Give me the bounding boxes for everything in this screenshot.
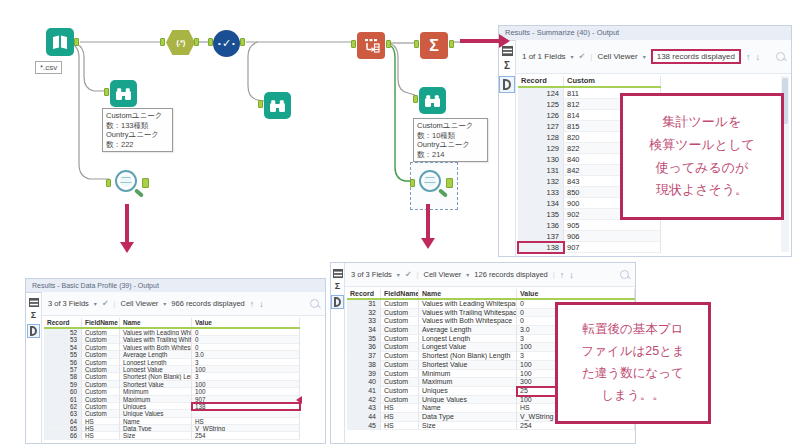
records-displayed: 966 records displayed <box>171 299 244 308</box>
open-book-icon <box>51 34 69 50</box>
alteryx-screenshot: *.csv (.*) •✓• Σ <box>0 0 792 444</box>
input-anchor[interactable] <box>351 40 356 48</box>
sigma-anchor-icon[interactable]: Σ <box>504 61 510 71</box>
apply-check-icon[interactable]: ✔ <box>579 52 586 61</box>
output-anchor[interactable] <box>449 40 454 48</box>
fields-dropdown[interactable]: 3 of 3 Fields <box>48 299 89 308</box>
sigma-anchor-icon[interactable]: Σ <box>31 311 36 320</box>
scroll-down-icon[interactable]: ↓ <box>259 299 264 309</box>
output-anchor-selected[interactable] <box>499 76 515 93</box>
table-row[interactable]: 53 Custom Values with Trailing Whitespac… <box>44 336 300 343</box>
record-cell: 36 <box>347 343 381 352</box>
table-row[interactable]: 61 Custom Maximum 907 <box>44 396 300 403</box>
browse-tool-1[interactable] <box>110 80 137 107</box>
table-row[interactable]: 55 Custom Average Length 3.0 <box>44 351 300 358</box>
red-pointer-marker <box>292 396 302 404</box>
value-cell: 254 <box>192 432 300 439</box>
output-anchor[interactable] <box>446 178 453 188</box>
chevron-down-icon[interactable]: ▾ <box>94 300 97 307</box>
table-row[interactable]: 54 Custom Values with Both Whitespace 0 <box>44 344 300 351</box>
table-row[interactable]: 66 HS Size 254 <box>44 432 300 439</box>
output-anchor[interactable] <box>142 178 149 188</box>
record-cell: 124 <box>518 88 564 99</box>
fields-dropdown[interactable]: 1 of 1 Fields <box>522 52 566 61</box>
col-header-record[interactable]: Record <box>518 76 564 86</box>
output-anchor-selected[interactable] <box>331 295 344 309</box>
cell-viewer-button[interactable]: Cell Viewer <box>597 52 637 61</box>
fields-dropdown[interactable]: 3 of 3 Fields <box>351 270 392 279</box>
cell-viewer-button[interactable]: Cell Viewer <box>424 270 462 279</box>
col-header-record[interactable]: Record <box>44 318 82 327</box>
table-row[interactable]: 136 905 <box>518 220 661 231</box>
fieldname-cell: HS <box>82 418 120 425</box>
input-anchor[interactable] <box>413 95 418 103</box>
table-row[interactable]: 62 Custom Uniques 138 <box>44 403 300 410</box>
table-view-icon[interactable] <box>502 46 513 56</box>
search-icon[interactable] <box>310 299 319 308</box>
output-anchor[interactable] <box>194 38 199 46</box>
input-anchor[interactable] <box>258 100 263 108</box>
summarize-tool[interactable]: Σ <box>420 32 448 59</box>
output-anchor[interactable] <box>386 40 391 48</box>
table-row[interactable]: 138 907 <box>518 242 661 253</box>
scroll-up-icon[interactable]: ↑ <box>250 299 255 309</box>
regex-tool[interactable]: (.*) <box>166 30 195 55</box>
table-row[interactable]: 59 Custom Shortest Value 100 <box>44 381 300 388</box>
browse-tool-2[interactable] <box>264 92 291 119</box>
apply-check-icon[interactable]: ✔ <box>405 270 412 279</box>
basic-data-profile-tool-2[interactable] <box>417 169 449 201</box>
output-anchor-selected[interactable] <box>27 324 40 338</box>
name-cell: Shortest (Non Blank) Length <box>120 373 192 380</box>
col-header-fieldname[interactable]: FieldName <box>381 289 419 298</box>
input-anchor[interactable] <box>104 88 109 96</box>
output-anchor[interactable] <box>240 38 245 46</box>
value-cell: 0 <box>192 336 300 343</box>
output-anchor[interactable] <box>74 38 79 46</box>
col-header-value[interactable]: Value <box>192 318 300 327</box>
search-icon[interactable] <box>776 52 785 61</box>
apply-check-icon[interactable]: ✔ <box>102 299 109 308</box>
scroll-up-icon[interactable]: ↑ <box>746 52 751 62</box>
sigma-anchor-icon[interactable]: Σ <box>335 282 340 291</box>
table-row[interactable]: 52 Custom Values with Leading Whitespace… <box>44 329 300 336</box>
col-header-record[interactable]: Record <box>347 289 381 298</box>
scroll-down-icon[interactable]: ↓ <box>755 52 760 62</box>
data-check-tool[interactable]: •✓• <box>213 30 240 57</box>
chevron-down-icon[interactable]: ▾ <box>643 53 646 60</box>
col-header-custom[interactable]: Custom <box>564 76 661 86</box>
input-data-tool[interactable] <box>46 28 74 56</box>
chevron-down-icon[interactable]: ▾ <box>571 53 574 60</box>
col-header-name[interactable]: Name <box>120 318 192 327</box>
table-row[interactable]: 58 Custom Shortest (Non Blank) Length 3 <box>44 373 300 380</box>
input-anchor[interactable] <box>106 179 111 187</box>
basic-data-profile-tool-1[interactable] <box>113 169 145 201</box>
chevron-down-icon[interactable]: ▾ <box>397 271 400 278</box>
scroll-up-icon[interactable]: ↑ <box>560 270 565 280</box>
input-anchor[interactable] <box>160 38 165 46</box>
table-row[interactable]: 56 Custom Longest Length 3 <box>44 359 300 366</box>
table-row[interactable]: 64 HS Name HS <box>44 418 300 425</box>
table-row[interactable]: 137 906 <box>518 231 661 242</box>
down-arrow <box>125 204 129 250</box>
chevron-down-icon[interactable]: ▾ <box>466 271 469 278</box>
table-row[interactable]: 63 Custom Unique Values <box>44 410 300 417</box>
col-header-value[interactable]: Value <box>517 289 635 298</box>
table-row[interactable]: 60 Custom Minimum 100 <box>44 388 300 395</box>
chevron-down-icon[interactable]: ▾ <box>163 300 166 307</box>
table-row[interactable]: 65 HS Data Type V_WString <box>44 425 300 432</box>
table-view-icon[interactable] <box>333 269 343 278</box>
scroll-down-icon[interactable]: ↓ <box>569 270 574 280</box>
input-anchor[interactable] <box>208 38 213 46</box>
name-cell: Size <box>419 422 517 431</box>
browse-tool-3[interactable] <box>419 87 446 114</box>
transpose-tool[interactable] <box>357 32 385 59</box>
col-header-fieldname[interactable]: FieldName <box>82 318 120 327</box>
search-icon[interactable] <box>620 270 629 279</box>
name-cell: Values with Leading Whitespace <box>120 329 192 336</box>
input-anchor[interactable] <box>414 40 419 48</box>
cell-viewer-button[interactable]: Cell Viewer <box>121 299 159 308</box>
col-header-name[interactable]: Name <box>419 289 517 298</box>
table-row[interactable]: 57 Custom Longest Value 100 <box>44 366 300 373</box>
table-view-icon[interactable] <box>29 298 39 307</box>
input-anchor[interactable] <box>410 179 415 187</box>
